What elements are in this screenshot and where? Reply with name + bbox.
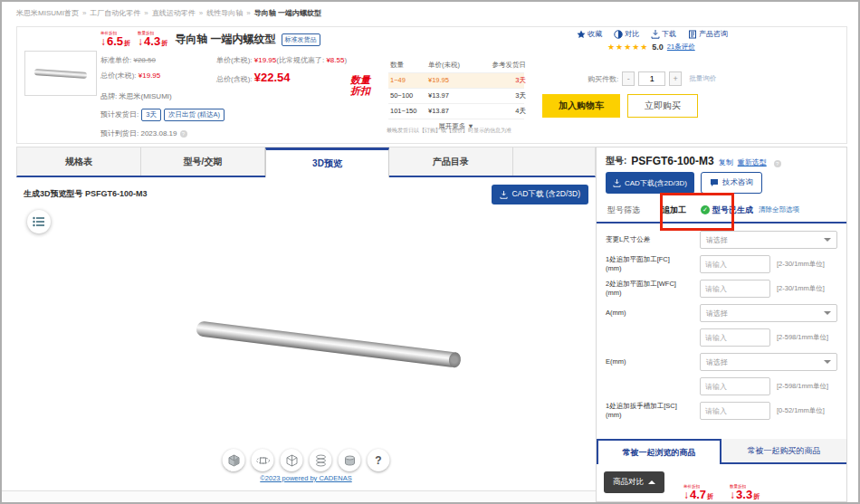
product-info: 单价折扣 ↓6.5折 数量折扣 ↓4.3折 导向轴 一端内螺纹型 标准发货品 标… (100, 31, 372, 138)
discount-arrow-icon: ↓ (100, 36, 106, 47)
tab-bought-together[interactable]: 常被一起购买的商品 (721, 439, 846, 464)
fc-input[interactable] (700, 255, 770, 273)
bottom-strip (2, 490, 596, 504)
a-select[interactable]: 请选择 (700, 304, 837, 322)
generated-model-label: 生成3D预览型号 PSFGT6-100-M3 (24, 188, 148, 200)
quantity-row: 购买件数: - + 批量询价 (588, 71, 841, 86)
download-icon (613, 179, 621, 187)
form-row-e-input: [2-598/1mm单位] (606, 377, 839, 395)
orbit-view-button[interactable] (252, 449, 274, 471)
tab-product-catalog[interactable]: 产品目录 (389, 147, 513, 176)
chat-bubble-icon (710, 178, 719, 187)
form-row-e-select: E(mm) 请选择 (606, 353, 839, 371)
cad-download-button[interactable]: CAD下载 (含2D/3D) (492, 185, 588, 204)
chevron-down-icon (824, 360, 831, 364)
tab-viewed-together[interactable]: 常被一起浏览的商品 (597, 439, 721, 464)
discount-badge: 数量折扣 ↓3.3折 (730, 484, 760, 500)
buy-now-button[interactable]: 立即购买 (627, 94, 698, 118)
product-compare-button[interactable]: 商品对比 (604, 471, 664, 493)
standard-price: ¥28.50 (133, 56, 155, 64)
tab-model-delivery[interactable]: 型号/交期 (141, 147, 265, 176)
product-inquiry-button[interactable]: 产品咨询 (688, 29, 728, 39)
table-header: 数量单价(未税)参考发货日 (388, 58, 524, 73)
info-icon[interactable]: ? (180, 130, 187, 138)
product-thumbnail[interactable] (24, 51, 97, 96)
ship-date-row: 预计发货日:3天次日出货 (精达A) (100, 109, 372, 121)
rating-score: 5.0 (652, 43, 664, 52)
orbit-icon (255, 454, 270, 467)
machining-form: 变更L尺寸公差 请选择 1处追加平面加工[FC](mm) [2-30/1mm单位… (606, 231, 839, 426)
rating-row: ★★★★★ 5.0 21条评价 (607, 43, 841, 52)
download-icon (500, 191, 508, 199)
solid-cylinder-button[interactable] (339, 449, 361, 471)
discount-arrow-icon: ↓ (138, 36, 143, 47)
chevron-down-icon (824, 238, 831, 242)
model-number: PSFGT6-100-M3 (631, 155, 713, 167)
add-to-cart-button[interactable]: 加入购物车 (542, 94, 620, 118)
form-row-sc: 1处追加扳手槽加工[SC](mm) [0-52/1mm单位] (606, 402, 839, 420)
document-icon (688, 30, 697, 39)
breadcrumb-linear-motion[interactable]: 直线运动零件 (152, 9, 196, 17)
product-actions: 收藏 对比 下载 产品咨询 (577, 29, 841, 39)
wireframe-cube-button[interactable] (281, 449, 303, 471)
table-note: 最晚发货日以【订购】或【报价】时显示的信息为准 (387, 127, 542, 135)
related-product-discounts: 单价折扣 ↓4.7折 数量折扣 ↓3.3折 (683, 484, 761, 500)
breadcrumb-home[interactable]: 米思米MISUMI首页 (16, 9, 79, 17)
reselect-link[interactable]: 重新选型 (738, 157, 767, 167)
form-row-l-tolerance: 变更L尺寸公差 请选择 (606, 231, 839, 249)
product-badge: 标准发货品 (282, 33, 320, 46)
tab-additional-machining[interactable]: 追加工 (651, 198, 697, 222)
l-tolerance-select[interactable]: 请选择 (700, 231, 837, 249)
reviews-link[interactable]: 21条评价 (667, 43, 695, 52)
viewer-menu-button[interactable] (27, 210, 51, 233)
product-title: 导向轴 一端内螺纹型 (175, 32, 275, 47)
quantity-increase-button[interactable]: + (669, 71, 682, 86)
e-select[interactable]: 请选择 (700, 353, 837, 371)
check-circle-icon: ✓ (701, 205, 710, 214)
tab-model-filter[interactable]: 型号筛选 (597, 198, 651, 222)
breadcrumb-fa-parts[interactable]: 工厂自动化零件 (90, 9, 140, 17)
wireframe-cylinder-button[interactable] (310, 449, 332, 471)
view-cube-button[interactable] (223, 449, 245, 471)
discount-badge: 单价折扣 ↓4.7折 (683, 484, 713, 500)
breadcrumb-guide-shaft[interactable]: 线性导向轴 (206, 9, 243, 17)
model-config-panel: 型号: PSFGT6-100-M3 复制 重新选型 ? CAD下载(含2D/3D… (596, 147, 847, 502)
discount-arrow-icon: ↓ (730, 490, 735, 500)
table-row: 101~150¥13.874天 (388, 104, 524, 119)
favorite-button[interactable]: 收藏 (577, 29, 602, 39)
tab-3d-preview[interactable]: 3D预览 (265, 147, 389, 177)
star-icon (577, 30, 586, 39)
discount-badge-2: 数量折扣 ↓4.3折 (138, 31, 167, 47)
compare-button[interactable]: 对比 (614, 29, 639, 39)
form-row-a-select: A(mm) 请选择 (606, 304, 839, 322)
copy-model-link[interactable]: 复制 (719, 157, 733, 167)
panel-cad-download-button[interactable]: CAD下载(含2D/3D) (606, 172, 694, 194)
content-tabbar: 规格表 型号/交期 3D预览 产品目录 (16, 147, 596, 177)
tab-spec-table[interactable]: 规格表 (17, 147, 141, 176)
wfc-input[interactable] (700, 280, 770, 298)
clear-all-options-link[interactable]: 清除全部选项 (759, 205, 799, 214)
quantity-decrease-button[interactable]: - (622, 71, 635, 86)
chevron-up-icon (648, 480, 655, 484)
sc-input[interactable] (700, 402, 770, 420)
tech-consult-button[interactable]: 技术咨询 (701, 172, 762, 194)
related-products-tabbar: 常被一起浏览的商品 常被一起购买的商品 (597, 439, 846, 464)
table-row: 1~49¥19.953天 (388, 73, 524, 89)
chevron-down-icon (824, 311, 831, 315)
quantity-price-table: 数量单价(未税)参考发货日 1~49¥19.953天 50~100¥13.973… (388, 58, 524, 131)
bulk-quote-link[interactable]: 批量询价 (689, 74, 716, 83)
a-input[interactable] (700, 328, 770, 347)
cadenas-credit-link[interactable]: ©2023 powered by CADENAS (260, 474, 351, 482)
brand-value: 米思米(MISUMI) (119, 92, 171, 100)
3d-model-shaft[interactable] (196, 313, 467, 385)
model-generated-status: ✓ 型号已生成 清除全部选项 (701, 198, 799, 222)
table-row: 50~100¥13.973天 (388, 89, 524, 104)
quantity-input[interactable] (638, 71, 665, 86)
download-button[interactable]: 下载 (651, 29, 676, 39)
download-icon (651, 30, 660, 39)
e-input[interactable] (700, 377, 770, 395)
info-icon[interactable]: ? (774, 160, 781, 167)
help-button[interactable]: ? (368, 449, 390, 471)
list-icon (33, 216, 45, 227)
wireframe-cube-icon (285, 454, 298, 467)
